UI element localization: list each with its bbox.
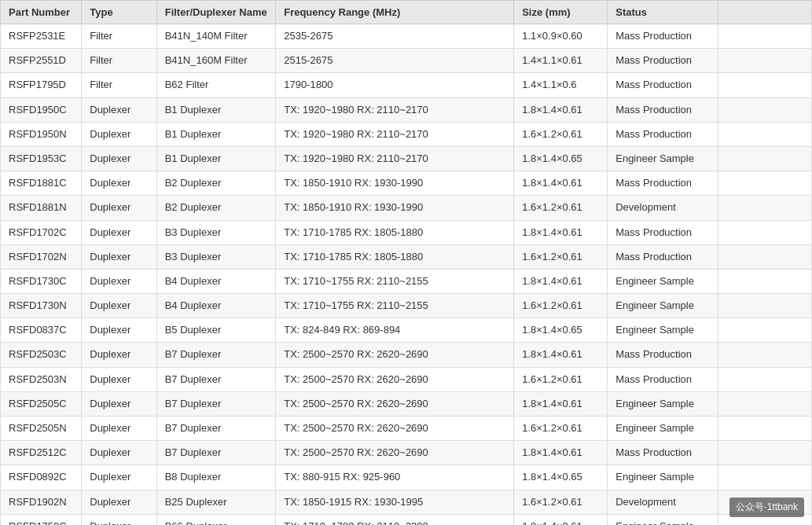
table-cell: RSFD2512C bbox=[1, 441, 82, 465]
table-row: RSFD1702NDuplexerB3 DuplexerTX: 1710-178… bbox=[1, 244, 812, 269]
table-cell bbox=[718, 196, 811, 220]
table-cell: RSFD2505N bbox=[1, 417, 82, 441]
table-cell: 1.6×1.2×0.61 bbox=[514, 244, 608, 269]
table-cell: Mass Production bbox=[608, 122, 718, 146]
table-cell: RSFD1950C bbox=[1, 97, 82, 122]
table-cell: RSFD2505C bbox=[1, 391, 82, 416]
table-cell: 1.6×1.2×0.61 bbox=[514, 122, 608, 146]
table-cell: B7 Duplexer bbox=[156, 441, 276, 465]
table-cell: Duplexer bbox=[82, 171, 156, 196]
product-table: Part Number Type Filter/Duplexer Name Fr… bbox=[0, 0, 812, 525]
table-cell: B7 Duplexer bbox=[156, 391, 276, 416]
table-row: RSFD2512CDuplexerB7 DuplexerTX: 2500~257… bbox=[1, 441, 812, 465]
table-cell: Mass Production bbox=[608, 220, 718, 244]
table-cell: TX: 824-849 RX: 869-894 bbox=[276, 318, 514, 343]
table-cell bbox=[718, 343, 811, 367]
table-row: RSFD1702CDuplexerB3 DuplexerTX: 1710-178… bbox=[1, 220, 812, 244]
table-cell: TX: 1850-1915 RX: 1930-1995 bbox=[276, 490, 514, 514]
table-cell: Duplexer bbox=[82, 417, 156, 441]
table-cell: B4 Duplexer bbox=[156, 294, 276, 318]
table-cell: 1.8×1.4×0.65 bbox=[514, 146, 608, 171]
table-cell: B41N_140M Filter bbox=[156, 24, 276, 49]
col-header-freq: Frequency Range (MHz) bbox=[276, 1, 514, 24]
table-cell: RSFP2531E bbox=[1, 24, 82, 49]
table-cell: TX: 2500~2570 RX: 2620~2690 bbox=[276, 417, 514, 441]
table-cell: TX: 1710~1780 RX: 2110~2200 bbox=[276, 514, 514, 525]
table-cell: Duplexer bbox=[82, 294, 156, 318]
table-cell: TX: 2500~2570 RX: 2620~2690 bbox=[276, 343, 514, 367]
table-row: RSFD1950NDuplexerB1 DuplexerTX: 1920~198… bbox=[1, 122, 812, 146]
table-cell bbox=[718, 269, 811, 293]
table-row: RSFP1795DFilterB62 Filter1790-18001.4×1.… bbox=[1, 73, 812, 97]
table-cell: RSFD1881C bbox=[1, 171, 82, 196]
table-body: RSFP2531EFilterB41N_140M Filter2535-2675… bbox=[1, 24, 812, 526]
table-cell: 1.6×1.2×0.61 bbox=[514, 490, 608, 514]
table-cell: Filter bbox=[82, 49, 156, 73]
table-cell: Development bbox=[608, 196, 718, 220]
table-cell: Mass Production bbox=[608, 343, 718, 367]
table-cell: Duplexer bbox=[82, 196, 156, 220]
table-cell: B5 Duplexer bbox=[156, 318, 276, 343]
table-cell: 1.6×1.2×0.61 bbox=[514, 196, 608, 220]
table-cell: B7 Duplexer bbox=[156, 367, 276, 391]
table-cell: TX: 1850-1910 RX: 1930-1990 bbox=[276, 196, 514, 220]
table-cell: Duplexer bbox=[82, 97, 156, 122]
table-cell: TX: 2500~2570 RX: 2620~2690 bbox=[276, 441, 514, 465]
table-cell: Engineer Sample bbox=[608, 417, 718, 441]
table-cell: Duplexer bbox=[82, 318, 156, 343]
table-cell: Mass Production bbox=[608, 244, 718, 269]
table-cell: 1.8×1.4×0.61 bbox=[514, 391, 608, 416]
col-header-name: Filter/Duplexer Name bbox=[156, 1, 276, 24]
table-cell: 1.4×1.1×0.6 bbox=[514, 73, 608, 97]
table-cell: B8 Duplexer bbox=[156, 465, 276, 490]
table-row: RSFD2505CDuplexerB7 DuplexerTX: 2500~257… bbox=[1, 391, 812, 416]
table-cell: 1.6×1.2×0.61 bbox=[514, 367, 608, 391]
table-cell bbox=[718, 97, 811, 122]
table-cell bbox=[718, 24, 811, 49]
table-cell: Mass Production bbox=[608, 24, 718, 49]
table-row: RSFD1902NDuplexerB25 DuplexerTX: 1850-19… bbox=[1, 490, 812, 514]
table-cell bbox=[718, 441, 811, 465]
main-container: Part Number Type Filter/Duplexer Name Fr… bbox=[0, 0, 812, 525]
table-cell: Engineer Sample bbox=[608, 391, 718, 416]
table-cell: TX: 2500~2570 RX: 2620~2690 bbox=[276, 391, 514, 416]
table-row: RSFD1881NDuplexerB2 DuplexerTX: 1850-191… bbox=[1, 196, 812, 220]
table-cell: RSFD1702C bbox=[1, 220, 82, 244]
table-cell: Engineer Sample bbox=[608, 294, 718, 318]
table-cell bbox=[718, 294, 811, 318]
table-cell: RSFD1730C bbox=[1, 269, 82, 293]
table-cell: 1.8×1.4×0.61 bbox=[514, 171, 608, 196]
table-cell: Engineer Sample bbox=[608, 269, 718, 293]
table-cell: Mass Production bbox=[608, 73, 718, 97]
table-cell bbox=[718, 490, 811, 514]
table-cell: B1 Duplexer bbox=[156, 97, 276, 122]
table-cell: RSFP1795D bbox=[1, 73, 82, 97]
table-cell: B41N_160M Filter bbox=[156, 49, 276, 73]
table-cell: Duplexer bbox=[82, 269, 156, 293]
table-cell: B62 Filter bbox=[156, 73, 276, 97]
table-row: RSFP2531EFilterB41N_140M Filter2535-2675… bbox=[1, 24, 812, 49]
col-header-part: Part Number bbox=[1, 1, 82, 24]
table-row: RSFD1750CDuplexerB66 DuplexerTX: 1710~17… bbox=[1, 514, 812, 525]
table-cell bbox=[718, 49, 811, 73]
table-cell: TX: 1710-1785 RX: 1805-1880 bbox=[276, 244, 514, 269]
table-cell bbox=[718, 146, 811, 171]
table-cell: Duplexer bbox=[82, 441, 156, 465]
table-cell: Engineer Sample bbox=[608, 146, 718, 171]
table-cell: TX: 1710~1755 RX: 2110~2155 bbox=[276, 269, 514, 293]
table-cell: 2515-2675 bbox=[276, 49, 514, 73]
table-cell: Mass Production bbox=[608, 97, 718, 122]
table-cell: B25 Duplexer bbox=[156, 490, 276, 514]
table-cell: RSFP2551D bbox=[1, 49, 82, 73]
table-cell: Duplexer bbox=[82, 367, 156, 391]
table-cell: Duplexer bbox=[82, 343, 156, 367]
table-cell: RSFD0892C bbox=[1, 465, 82, 490]
table-row: RSFD1950CDuplexerB1 DuplexerTX: 1920~198… bbox=[1, 97, 812, 122]
table-cell: Mass Production bbox=[608, 441, 718, 465]
col-header-status: Status bbox=[608, 1, 718, 24]
table-cell: Duplexer bbox=[82, 220, 156, 244]
table-row: RSFP2551DFilterB41N_160M Filter2515-2675… bbox=[1, 49, 812, 73]
table-cell: RSFD1702N bbox=[1, 244, 82, 269]
table-cell: RSFD1750C bbox=[1, 514, 82, 525]
table-row: RSFD2503CDuplexerB7 DuplexerTX: 2500~257… bbox=[1, 343, 812, 367]
